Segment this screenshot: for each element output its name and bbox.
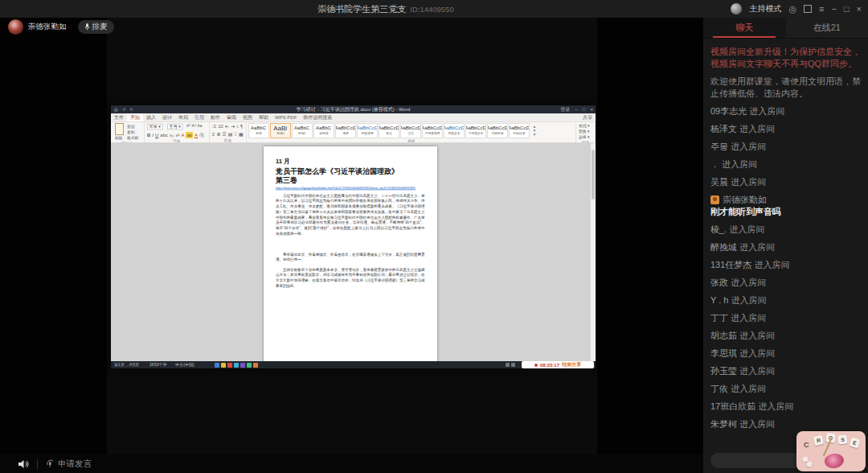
stop-share-button[interactable]: 结束分享	[562, 361, 581, 368]
style-item[interactable]: AaBbCcD不明显参考	[465, 123, 486, 138]
clipboard-item[interactable]: 复制	[127, 130, 138, 134]
taskbar-icon[interactable]	[234, 363, 239, 368]
host-avatar[interactable]	[8, 19, 23, 35]
style-item[interactable]: AaBbCcD列表段落	[509, 123, 530, 138]
enter-suffix: 进入房间	[728, 278, 766, 287]
menu-icon[interactable]: ≡	[819, 5, 824, 14]
taskbar-icon[interactable]	[253, 363, 258, 368]
word-tab-引用[interactable]: 引用	[191, 113, 207, 121]
word-tab-插入[interactable]: 插入	[143, 113, 159, 121]
sidebar-tabs: 聊天在线21	[703, 18, 868, 39]
word-tab-邮件[interactable]: 邮件	[207, 113, 223, 121]
enter-room-message: 丁依 进入房间	[710, 383, 861, 395]
tab-online[interactable]: 在线21	[786, 18, 868, 38]
tray-icons	[506, 363, 515, 367]
rose-flower	[823, 452, 845, 471]
member-name: 131任梦杰	[710, 260, 751, 269]
ribbon-group-styles: AaBbC标题AaBl·标题1AaBbC标题2AaBbC副标题AaBbCcD强调…	[247, 122, 577, 142]
style-item[interactable]: AaBl·标题1	[270, 123, 291, 138]
word-tab-操作说明搜索[interactable]: 操作说明搜索	[300, 113, 335, 121]
letter-tile: R	[813, 435, 824, 446]
editing-item[interactable]: 选择 ▾	[579, 135, 589, 140]
word-maximize-button[interactable]: □	[583, 107, 586, 112]
word-tab-文件[interactable]: 文件	[111, 113, 127, 121]
style-item[interactable]: AaBbCcD明显参考	[444, 123, 465, 138]
close-button[interactable]: ×	[857, 5, 862, 14]
word-tab-WPS PDF[interactable]: WPS PDF	[272, 113, 300, 121]
doc-hyperlink[interactable]: https://www.xuexi.cn/lgpage/detail/index…	[276, 187, 424, 190]
enter-room-message: 棱_. 进入房间	[710, 224, 861, 236]
style-item[interactable]: AaBbC标题	[248, 123, 269, 138]
taskbar-icon[interactable]	[240, 363, 245, 368]
style-item[interactable]: AaBbCcD强调	[335, 123, 356, 138]
record-icon[interactable]: ◎	[788, 5, 796, 14]
status-word-count[interactable]: 2653个字	[149, 362, 167, 368]
speaker-icon[interactable]	[18, 459, 29, 469]
minimize-button[interactable]: −	[831, 5, 836, 14]
paragraph-align-buttons[interactable]: ≡≣☰▤⌷▦	[212, 131, 244, 138]
font-size-select[interactable]: 五号 ▾	[167, 124, 182, 130]
word-minimize-button[interactable]: −	[575, 107, 578, 112]
paste-button[interactable]: 粘贴	[115, 136, 123, 141]
screen-share-stage: ▤ ↺ ↻ 学习研讨：习近平谈治国理政.docx (兼容模式) - Word 登…	[107, 18, 597, 454]
taskbar-icon[interactable]	[221, 363, 226, 368]
word-titlebar: ▤ ↺ ↻ 学习研讨：习近平谈治国理政.docx (兼容模式) - Word 登…	[111, 105, 596, 113]
raise-hand-icon	[46, 459, 55, 468]
rose-sticker-image[interactable]: C R O S E	[796, 431, 866, 471]
word-tab-开始[interactable]: 开始	[127, 113, 143, 121]
word-login-button[interactable]: 登录	[560, 106, 570, 113]
word-share-button[interactable]: 共享	[583, 114, 592, 121]
word-tab-布局[interactable]: 布局	[175, 113, 191, 121]
style-item[interactable]: AaBbCcD明显强调	[357, 123, 378, 138]
font-name-select[interactable]: 宋体 ▾	[147, 124, 162, 130]
paste-icon[interactable]	[115, 123, 124, 135]
enter-suffix: 进入房间	[737, 331, 775, 340]
popout-icon[interactable]	[804, 5, 812, 13]
enter-suffix: 进入房间	[737, 124, 775, 134]
enter-room-message: 朱梦柯 进入房间	[710, 418, 861, 430]
style-item[interactable]: AaBbCcD书籍标题	[487, 123, 508, 138]
word-scrollbar[interactable]	[591, 143, 596, 361]
clipboard-item[interactable]: 剪切	[127, 124, 138, 129]
host-mode-label[interactable]: 主持模式	[749, 3, 781, 14]
group-label-paragraph: 段落	[214, 138, 242, 142]
taskbar-icon[interactable]	[215, 363, 219, 368]
editing-item[interactable]: 查找 ▾	[579, 124, 589, 129]
word-window: ▤ ↺ ↻ 学习研讨：习近平谈治国理政.docx (兼容模式) - Word 登…	[111, 105, 596, 368]
word-close-button[interactable]: ×	[590, 107, 593, 112]
enter-room-message: 李思琪 进入房间	[710, 348, 861, 360]
word-tab-审阅[interactable]: 审阅	[223, 113, 240, 121]
paragraph-list-buttons[interactable]: ⁝≡1≡⇤⇥↕¶	[212, 123, 244, 130]
enter-suffix: 进入房间	[728, 142, 766, 151]
request-speak-button[interactable]: 申请发言	[46, 459, 92, 470]
member-name: 丁依	[710, 384, 728, 393]
style-item[interactable]: AaBbCcD·正文	[400, 123, 421, 138]
scrollbar-thumb[interactable]	[592, 150, 595, 199]
editing-item[interactable]: 替换 ▾	[579, 130, 589, 134]
style-item[interactable]: AaBbCcD要点	[379, 123, 399, 138]
style-gallery-scroll[interactable]: ▲▼▼̄	[532, 125, 538, 137]
ribbon-group-editing: 查找 ▾替换 ▾选择 ▾ 编辑	[576, 122, 596, 142]
queue-mic-button[interactable]: 排麦	[78, 20, 114, 34]
maximize-button[interactable]: □	[844, 5, 850, 14]
word-tab-设计[interactable]: 设计	[159, 113, 175, 121]
enter-suffix: 进入房间	[728, 177, 766, 187]
user-avatar[interactable]	[731, 3, 742, 14]
tab-chat[interactable]: 聊天	[703, 18, 786, 38]
clipboard-item[interactable]: 格式刷	[127, 135, 138, 140]
font-format-buttons[interactable]: BIUabcx₂x² AabAⒶ	[147, 132, 207, 138]
taskbar-icon[interactable]	[227, 363, 232, 368]
style-item[interactable]: AaBbC副标题	[313, 123, 334, 138]
style-item[interactable]: AaBbC标题2	[292, 123, 313, 138]
style-item[interactable]: AaBbCcD不明显强调	[422, 123, 443, 138]
letter-tile: E	[850, 438, 861, 449]
enter-room-message: 吴晨 进入房间	[710, 176, 861, 188]
status-language[interactable]: 中文(中国)	[175, 362, 194, 368]
enter-suffix: 进入房间	[727, 224, 764, 234]
word-tab-帮助[interactable]: 帮助	[256, 113, 272, 121]
taskbar-icon[interactable]	[247, 363, 252, 368]
titlebar: 崇德书院学生第三党支 ID:14409550 主持模式 ◎ ≡ − □ ×	[0, 0, 868, 18]
enter-room-message: 09李志光 进入房间	[710, 105, 861, 117]
word-tab-视图[interactable]: 视图	[240, 113, 256, 121]
ribbon-group-clipboard: 粘贴 剪切复制格式刷 剪贴板	[111, 122, 145, 142]
